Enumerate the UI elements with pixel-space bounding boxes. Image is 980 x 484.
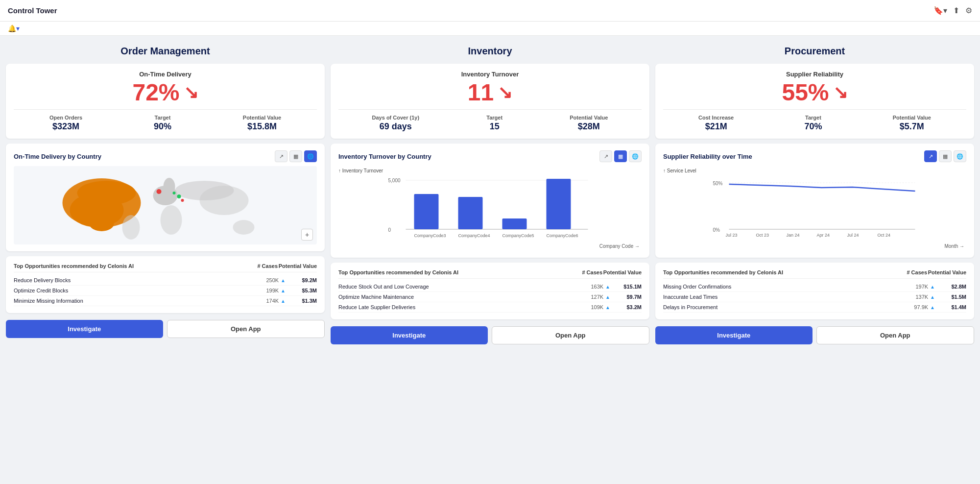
om-kpi-value: 72% bbox=[132, 81, 179, 104]
proc-opp-name-0: Missing Order Confirmations bbox=[663, 284, 904, 290]
proc-opp-header-cases: # Cases bbox=[903, 269, 927, 275]
inv-opp-value-2: $3.2M bbox=[612, 304, 642, 310]
inv-investigate-button[interactable]: Investigate bbox=[331, 326, 488, 344]
share-icon[interactable]: ⬆ bbox=[953, 6, 959, 15]
om-sub-target-label: Target bbox=[154, 115, 171, 121]
proc-chart-line-btn[interactable]: ↗ bbox=[924, 150, 937, 162]
om-opportunities-card: Top Opportunities recommended by Celonis… bbox=[6, 256, 325, 313]
inv-chart-line-btn[interactable]: ↗ bbox=[599, 150, 612, 162]
om-action-buttons: Investigate Open App bbox=[6, 320, 325, 338]
proc-kpi-card: Supplier Reliability 55% ↘ Cost Increase… bbox=[655, 64, 974, 139]
inv-opp-header-title: Top Opportunities recommended by Celonis… bbox=[338, 269, 578, 275]
proc-opp-header-row: Top Opportunities recommended by Celonis… bbox=[663, 269, 966, 279]
inv-sub-target: Target 15 bbox=[486, 115, 502, 132]
om-map-plus-btn[interactable]: + bbox=[301, 229, 313, 241]
om-sub-target-value: 90% bbox=[154, 121, 171, 132]
proc-opp-arrow-0: ▲ bbox=[930, 284, 935, 290]
proc-chart-controls: ↗ ▦ 🌐 bbox=[924, 150, 966, 162]
inv-opp-value-0: $15.1M bbox=[612, 284, 642, 290]
proc-opp-arrow-1: ▲ bbox=[930, 294, 935, 300]
order-management-column: Order Management On-Time Delivery 72% ↘ … bbox=[6, 42, 325, 344]
svg-rect-21 bbox=[502, 218, 527, 229]
proc-sub-cost-value: $21M bbox=[698, 121, 734, 132]
proc-sub-target-value: 70% bbox=[804, 121, 822, 132]
proc-opp-cases-0: 197K bbox=[904, 284, 928, 290]
om-opp-value-0: $9.2M bbox=[287, 277, 317, 283]
proc-sub-potential-value: $5.7M bbox=[893, 121, 931, 132]
proc-investigate-button[interactable]: Investigate bbox=[655, 326, 813, 344]
om-opp-row-0: Reduce Delivery Blocks 250K ▲ $9.2M bbox=[14, 275, 317, 286]
svg-rect-22 bbox=[547, 179, 571, 229]
proc-opp-header-title: Top Opportunities recommended by Celonis… bbox=[663, 269, 903, 275]
inv-sub-target-value: 15 bbox=[486, 121, 502, 132]
svg-text:50%: 50% bbox=[713, 181, 723, 186]
om-chart-line-btn[interactable]: ↗ bbox=[275, 150, 287, 162]
inv-chart-card: Inventory Turnover by Country ↗ ▦ 🌐 ↑ In… bbox=[331, 144, 649, 258]
proc-opp-value-2: $1.4M bbox=[937, 304, 966, 310]
proc-chart-bar-btn[interactable]: ▦ bbox=[939, 150, 952, 162]
proc-sub-target: Target 70% bbox=[804, 115, 822, 132]
proc-opp-arrow-2: ▲ bbox=[930, 305, 935, 310]
om-opp-name-0: Reduce Delivery Blocks bbox=[14, 277, 254, 283]
settings-icon[interactable]: ⚙ bbox=[965, 6, 972, 15]
om-sub-potential-label: Potential Value bbox=[243, 115, 281, 121]
bookmark-icon[interactable]: 🔖▾ bbox=[933, 6, 947, 15]
inv-opp-name-0: Reduce Stock Out and Low Coverage bbox=[338, 284, 579, 290]
inv-sub-days-label: Days of Cover (1y) bbox=[372, 115, 420, 121]
om-kpi-sub: Open Orders $323M Target 90% Potential V… bbox=[14, 115, 317, 132]
svg-point-8 bbox=[161, 205, 182, 235]
inv-action-buttons: Investigate Open App bbox=[331, 326, 649, 344]
svg-text:Apr 24: Apr 24 bbox=[817, 233, 830, 238]
svg-text:0: 0 bbox=[388, 227, 391, 233]
inv-chart-bar-btn[interactable]: ▦ bbox=[614, 150, 627, 162]
svg-text:CompanyCode5: CompanyCode5 bbox=[502, 233, 534, 238]
om-kpi-arrow: ↘ bbox=[184, 84, 198, 101]
svg-text:Oct 24: Oct 24 bbox=[878, 233, 891, 238]
proc-sub-potential: Potential Value $5.7M bbox=[893, 115, 931, 132]
proc-opp-header-value: Potential Value bbox=[927, 269, 966, 275]
om-chart-bar-btn[interactable]: ▦ bbox=[289, 150, 302, 162]
inv-sub-target-label: Target bbox=[486, 115, 502, 121]
proc-chart-globe-btn[interactable]: 🌐 bbox=[954, 150, 966, 162]
proc-opp-name-2: Delays in Procurement bbox=[663, 304, 904, 310]
om-map-area: + bbox=[14, 166, 317, 244]
om-opp-value-1: $5.3M bbox=[287, 288, 317, 293]
proc-opp-cases-2: 97.9K bbox=[904, 304, 928, 310]
inv-open-app-button[interactable]: Open App bbox=[492, 326, 650, 344]
svg-point-10 bbox=[233, 220, 255, 235]
proc-sub-potential-label: Potential Value bbox=[893, 115, 931, 121]
proc-kpi-title: Supplier Reliability bbox=[663, 71, 966, 78]
proc-opp-row-1: Inaccurate Lead Times 137K ▲ $1.5M bbox=[663, 292, 966, 302]
om-investigate-button[interactable]: Investigate bbox=[6, 320, 163, 338]
inv-opp-name-2: Reduce Late Supplier Deliveries bbox=[338, 304, 579, 310]
inv-opp-header-cases: # Cases bbox=[578, 269, 602, 275]
app-title: Control Tower bbox=[8, 6, 57, 15]
svg-point-2 bbox=[77, 181, 136, 205]
inv-x-label: Company Code → bbox=[338, 243, 642, 249]
proc-y-label: ↑ Service Level bbox=[663, 168, 966, 173]
inv-chart-globe-btn[interactable]: 🌐 bbox=[629, 150, 642, 162]
om-chart-card: On-Time Delivery by Country ↗ ▦ 🌐 bbox=[6, 144, 325, 251]
proc-open-app-button[interactable]: Open App bbox=[816, 326, 975, 344]
om-opp-row-1: Optimize Credit Blocks 199K ▲ $5.3M bbox=[14, 286, 317, 296]
svg-point-3 bbox=[90, 217, 114, 231]
inventory-title: Inventory bbox=[331, 42, 649, 59]
inv-sub-potential: Potential Value $28M bbox=[570, 115, 608, 132]
om-open-app-button[interactable]: Open App bbox=[167, 320, 325, 338]
svg-text:Jul 24: Jul 24 bbox=[847, 233, 859, 238]
procurement-title: Procurement bbox=[655, 42, 974, 59]
om-kpi-value-row: 72% ↘ bbox=[132, 81, 198, 104]
proc-opportunities-card: Top Opportunities recommended by Celonis… bbox=[655, 263, 974, 319]
svg-text:0%: 0% bbox=[713, 227, 720, 233]
om-opp-header-row: Top Opportunities recommended by Celonis… bbox=[14, 263, 317, 272]
om-chart-map-btn[interactable]: 🌐 bbox=[304, 150, 317, 162]
inv-opp-cases-1: 127K bbox=[579, 294, 603, 300]
svg-text:Oct 23: Oct 23 bbox=[756, 233, 769, 238]
inv-kpi-value: 11 bbox=[468, 81, 494, 104]
inv-opp-row-2: Reduce Late Supplier Deliveries 109K ▲ $… bbox=[338, 302, 642, 313]
om-opp-row-2: Minimize Missing Information 174K ▲ $1.3… bbox=[14, 296, 317, 306]
proc-action-buttons: Investigate Open App bbox=[655, 326, 974, 344]
proc-opp-row-0: Missing Order Confirmations 197K ▲ $2.8M bbox=[663, 282, 966, 292]
filter-icon[interactable]: 🔔▾ bbox=[8, 24, 20, 32]
svg-text:CompanyCode6: CompanyCode6 bbox=[547, 233, 578, 238]
